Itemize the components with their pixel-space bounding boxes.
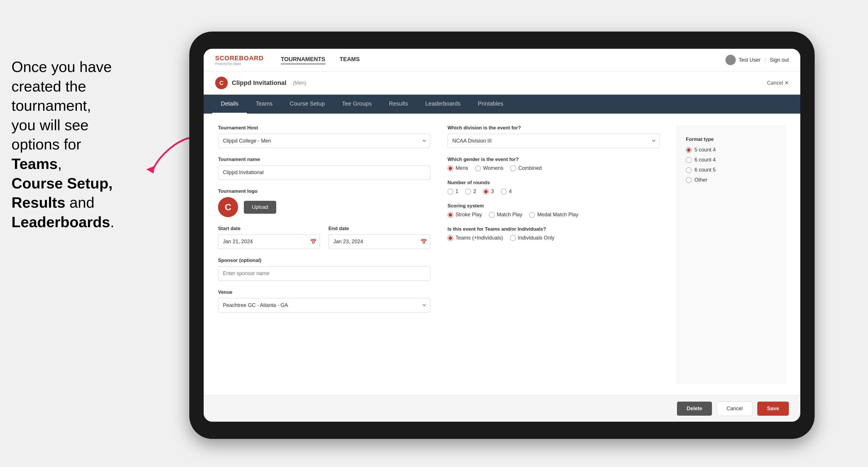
upload-button[interactable]: Upload bbox=[244, 201, 276, 214]
start-calendar-icon: 📅 bbox=[310, 239, 316, 245]
scoring-group: Scoring system Stroke Play Match Play bbox=[447, 203, 660, 218]
logo-preview: C bbox=[218, 197, 238, 217]
gender-mens[interactable]: Mens bbox=[447, 165, 468, 171]
scoring-match[interactable]: Match Play bbox=[489, 212, 522, 218]
user-label: Test User bbox=[739, 57, 761, 63]
gender-label: Which gender is the event for? bbox=[447, 157, 660, 162]
logo: SCOREBOARD Powered by clippd bbox=[215, 55, 264, 65]
save-button[interactable]: Save bbox=[757, 402, 789, 416]
date-row: Start date 📅 End date 📅 bbox=[218, 226, 430, 249]
tablet-screen: SCOREBOARD Powered by clippd TOURNAMENTS… bbox=[204, 49, 800, 422]
host-label: Tournament Host bbox=[218, 125, 430, 131]
logo-label: Tournament logo bbox=[218, 188, 430, 194]
cancel-button[interactable]: Cancel bbox=[717, 401, 753, 416]
start-date-group: Start date 📅 bbox=[218, 226, 320, 249]
individuals-only[interactable]: Individuals Only bbox=[510, 235, 555, 241]
host-group: Tournament Host Clippd College - Men bbox=[218, 125, 430, 148]
end-date-label: End date bbox=[329, 226, 430, 231]
tablet-frame: SCOREBOARD Powered by clippd TOURNAMENTS… bbox=[189, 32, 815, 439]
end-date-input[interactable] bbox=[329, 235, 430, 249]
teams-plus-individuals[interactable]: Teams (+Individuals) bbox=[447, 235, 503, 241]
rounds-group: Number of rounds 1 2 bbox=[447, 180, 660, 194]
format-6count4[interactable]: 6 count 4 bbox=[686, 157, 777, 163]
round-4[interactable]: 4 bbox=[501, 188, 512, 194]
division-select[interactable]: NCAA Division III bbox=[447, 134, 660, 148]
user-area: Test User | Sign out bbox=[725, 55, 789, 65]
nav-tournaments[interactable]: TOURNAMENTS bbox=[281, 56, 325, 64]
scoring-stroke[interactable]: Stroke Play bbox=[447, 212, 482, 218]
nav-teams[interactable]: TEAMS bbox=[340, 56, 360, 64]
form-area: Tournament Host Clippd College - Men Tou… bbox=[204, 114, 800, 395]
middle-column: Which division is the event for? NCAA Di… bbox=[447, 125, 660, 384]
gender-radio-group: Mens Womens Combined bbox=[447, 165, 660, 171]
separator: | bbox=[765, 57, 766, 63]
name-input[interactable] bbox=[218, 165, 430, 180]
tournament-title-row: C Clippd Invitational (Men) bbox=[215, 76, 306, 89]
gender-womens[interactable]: Womens bbox=[475, 165, 503, 171]
nav-links: TOURNAMENTS TEAMS bbox=[281, 56, 360, 64]
start-date-label: Start date bbox=[218, 226, 320, 231]
rounds-radio-group: 1 2 3 4 bbox=[447, 188, 660, 194]
tab-tee-groups[interactable]: Tee Groups bbox=[333, 95, 380, 114]
gender-group: Which gender is the event for? Mens Wome… bbox=[447, 157, 660, 171]
scoring-medal-match[interactable]: Medal Match Play bbox=[529, 212, 578, 218]
tournament-header: C Clippd Invitational (Men) Cancel ✕ bbox=[204, 71, 800, 95]
main-content: Tournament Host Clippd College - Men Tou… bbox=[204, 114, 800, 395]
cancel-top-button[interactable]: Cancel ✕ bbox=[767, 80, 789, 86]
tab-results[interactable]: Results bbox=[380, 95, 417, 114]
division-label: Which division is the event for? bbox=[447, 125, 660, 131]
format-6count5[interactable]: 6 count 5 bbox=[686, 167, 777, 173]
tournament-name: Clippd Invitational bbox=[232, 79, 286, 87]
left-column: Tournament Host Clippd College - Men Tou… bbox=[218, 125, 430, 384]
logo-group: Tournament logo C Upload bbox=[218, 188, 430, 217]
teams-group: Is this event for Teams and/or Individua… bbox=[447, 226, 660, 241]
end-calendar-icon: 📅 bbox=[421, 239, 427, 245]
format-label: Format type bbox=[686, 136, 777, 142]
scoring-label: Scoring system bbox=[447, 203, 660, 209]
right-panel: Format type 5 count 4 6 count 4 6 count … bbox=[677, 125, 786, 384]
nav-left: SCOREBOARD Powered by clippd TOURNAMENTS… bbox=[215, 55, 360, 65]
start-date-input[interactable] bbox=[218, 235, 320, 249]
venue-select[interactable]: Peachtree GC - Atlanta - GA bbox=[218, 298, 430, 312]
sponsor-label: Sponsor (optional) bbox=[218, 258, 430, 263]
round-1[interactable]: 1 bbox=[447, 188, 458, 194]
name-label: Tournament name bbox=[218, 157, 430, 162]
tab-printables[interactable]: Printables bbox=[469, 95, 512, 114]
format-5count4[interactable]: 5 count 4 bbox=[686, 147, 777, 153]
user-avatar-icon bbox=[725, 55, 736, 65]
start-date-wrapper: 📅 bbox=[218, 235, 320, 249]
venue-group: Venue Peachtree GC - Atlanta - GA bbox=[218, 289, 430, 312]
logo-upload-area: C Upload bbox=[218, 197, 430, 217]
tab-course-setup[interactable]: Course Setup bbox=[281, 95, 333, 114]
signout-link[interactable]: Sign out bbox=[770, 57, 789, 63]
delete-button[interactable]: Delete bbox=[677, 402, 712, 416]
tab-details[interactable]: Details bbox=[212, 95, 247, 114]
gender-combined[interactable]: Combined bbox=[510, 165, 542, 171]
tournament-icon: C bbox=[215, 76, 228, 89]
end-date-group: End date 📅 bbox=[329, 226, 430, 249]
sponsor-input[interactable] bbox=[218, 266, 430, 281]
tab-leaderboards[interactable]: Leaderboards bbox=[416, 95, 469, 114]
date-group: Start date 📅 End date 📅 bbox=[218, 226, 430, 249]
tab-teams[interactable]: Teams bbox=[247, 95, 281, 114]
end-date-wrapper: 📅 bbox=[329, 235, 430, 249]
format-other[interactable]: Other bbox=[686, 177, 777, 183]
sponsor-group: Sponsor (optional) bbox=[218, 258, 430, 281]
scoring-radio-group: Stroke Play Match Play Medal Match Play bbox=[447, 212, 660, 218]
round-3[interactable]: 3 bbox=[483, 188, 494, 194]
form-footer: Delete Cancel Save bbox=[204, 395, 800, 422]
division-group: Which division is the event for? NCAA Di… bbox=[447, 125, 660, 148]
round-2[interactable]: 2 bbox=[465, 188, 476, 194]
rounds-label: Number of rounds bbox=[447, 180, 660, 186]
tournament-subtitle: (Men) bbox=[293, 80, 306, 86]
name-group: Tournament name bbox=[218, 157, 430, 180]
top-nav: SCOREBOARD Powered by clippd TOURNAMENTS… bbox=[204, 49, 800, 71]
teams-label: Is this event for Teams and/or Individua… bbox=[447, 226, 660, 232]
logo-area: SCOREBOARD Powered by clippd bbox=[215, 55, 264, 65]
venue-label: Venue bbox=[218, 289, 430, 295]
host-select[interactable]: Clippd College - Men bbox=[218, 134, 430, 148]
tab-bar: Details Teams Course Setup Tee Groups Re… bbox=[204, 95, 800, 114]
teams-radio-group: Teams (+Individuals) Individuals Only bbox=[447, 235, 660, 241]
